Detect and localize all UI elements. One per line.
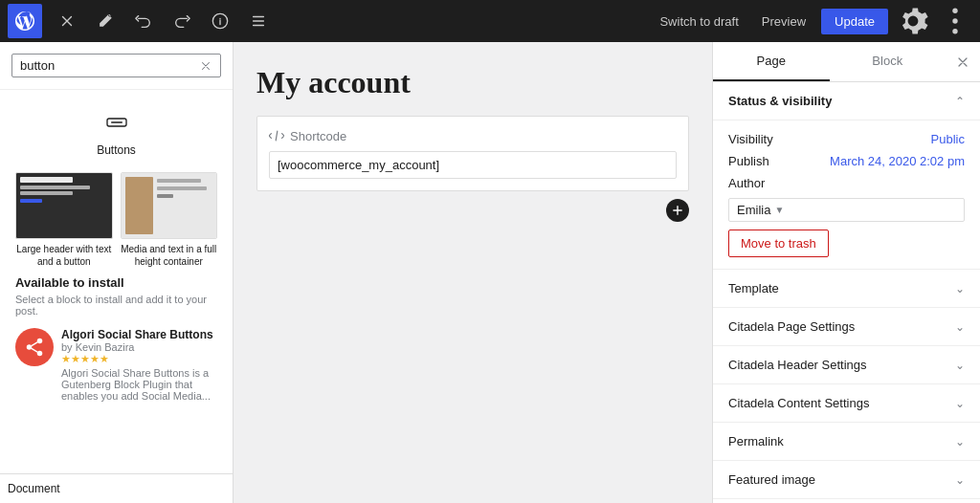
author-chevron-icon: ▼ <box>774 205 784 215</box>
citadela-header-section: Citadela Header Settings ⌄ <box>713 346 980 384</box>
shortcode-label: Shortcode <box>290 129 346 143</box>
citadela-header-header[interactable]: Citadela Header Settings ⌄ <box>713 346 980 383</box>
citadela-header-chevron-icon: ⌄ <box>955 359 965 372</box>
preview-button[interactable]: Preview <box>754 11 813 33</box>
update-button[interactable]: Update <box>821 9 888 34</box>
undo-button[interactable] <box>126 4 161 38</box>
move-to-trash-button[interactable]: Move to trash <box>728 230 829 257</box>
author-row: Author <box>728 176 965 190</box>
available-section: Available to install Select a block to i… <box>8 268 225 413</box>
tab-block[interactable]: Block <box>830 42 947 81</box>
visibility-value[interactable]: Public <box>931 132 965 146</box>
add-block-button[interactable] <box>666 199 689 222</box>
close-button[interactable] <box>50 4 84 38</box>
wp-logo-icon <box>15 11 34 31</box>
shortcode-block: Shortcode <box>256 116 689 191</box>
buttons-block-item[interactable]: Buttons <box>8 98 225 164</box>
buttons-icon <box>105 111 128 134</box>
redo-button[interactable] <box>165 4 199 38</box>
preview-large-header-label: Large header with text and a button <box>15 243 113 268</box>
svg-point-3 <box>952 29 957 33</box>
publish-label: Publish <box>728 154 769 168</box>
status-visibility-header[interactable]: Status & visibility ⌃ <box>713 82 980 120</box>
add-block-row <box>256 199 689 222</box>
preview-large-header[interactable]: Large header with text and a button <box>15 172 113 268</box>
preview-large-header-image <box>15 172 113 239</box>
available-desc: Select a block to install and add it to … <box>15 294 217 317</box>
svg-point-6 <box>37 339 43 344</box>
dark-preview-content <box>16 173 112 238</box>
featured-image-section: Featured image ⌄ <box>713 461 980 499</box>
featured-image-chevron-icon: ⌄ <box>955 473 965 487</box>
plugin-item[interactable]: Algori Social Share Buttons by Kevin Baz… <box>15 324 217 405</box>
svg-point-2 <box>952 18 957 23</box>
shortcode-header: Shortcode <box>269 128 677 143</box>
permalink-title: Permalink <box>728 434 784 448</box>
svg-point-1 <box>952 9 957 13</box>
pencil-button[interactable] <box>88 4 122 38</box>
tab-page[interactable]: Page <box>713 42 830 81</box>
main-layout: Buttons Large header with text and a but… <box>0 42 980 503</box>
shortcode-icon <box>269 128 284 143</box>
wp-logo-button[interactable] <box>8 4 42 38</box>
shortcode-input[interactable] <box>269 151 677 179</box>
citadela-page-section: Citadela Page Settings ⌄ <box>713 308 980 346</box>
content-area: My account Shortcode <box>234 42 712 503</box>
citadela-content-chevron-icon: ⌄ <box>955 397 965 410</box>
sidebar-scroll: Buttons Large header with text and a but… <box>0 90 233 473</box>
close-icon <box>58 12 76 30</box>
page-title: My account <box>256 65 689 100</box>
search-box <box>0 42 233 90</box>
svg-point-8 <box>37 351 43 357</box>
featured-image-header[interactable]: Featured image ⌄ <box>713 461 980 498</box>
undo-icon <box>135 12 152 30</box>
clear-icon <box>199 59 212 73</box>
citadela-page-chevron-icon: ⌄ <box>955 320 965 334</box>
permalink-section: Permalink ⌄ <box>713 423 980 461</box>
template-header[interactable]: Template ⌄ <box>713 270 980 307</box>
plus-icon <box>671 204 684 217</box>
template-title: Template <box>728 281 779 295</box>
discussion-header[interactable]: Discussion ⌄ <box>713 499 980 503</box>
svg-line-10 <box>32 342 37 346</box>
right-sidebar: Page Block Status & visibility ⌃ Visibil… <box>712 42 980 503</box>
right-close-icon <box>955 55 970 70</box>
switch-draft-button[interactable]: Switch to draft <box>652 11 746 33</box>
visibility-row: Visibility Public <box>728 132 965 146</box>
plugin-author: by Kevin Bazira <box>61 341 217 353</box>
more-options-button[interactable] <box>938 4 972 38</box>
info-icon <box>212 12 229 30</box>
plugin-name: Algori Social Share Buttons <box>61 328 217 341</box>
settings-button[interactable] <box>896 4 930 38</box>
author-label: Author <box>728 176 765 190</box>
search-input[interactable] <box>20 58 199 73</box>
right-close-button[interactable] <box>946 45 980 79</box>
permalink-header[interactable]: Permalink ⌄ <box>713 423 980 460</box>
page-content: My account Shortcode <box>256 65 689 222</box>
citadela-content-title: Citadela Content Settings <box>728 396 869 410</box>
buttons-block-label: Buttons <box>97 143 136 157</box>
light-preview-content <box>122 173 217 238</box>
search-clear-button[interactable] <box>199 59 212 73</box>
permalink-chevron-icon: ⌄ <box>955 435 965 448</box>
sidebar-footer[interactable]: Document <box>0 473 233 503</box>
publish-value[interactable]: March 24, 2020 2:02 pm <box>830 154 965 168</box>
preview-media-text-image <box>121 172 218 239</box>
toolbar-right: Switch to draft Preview Update <box>652 4 972 38</box>
status-chevron-up-icon: ⌃ <box>955 95 965 108</box>
citadela-page-header[interactable]: Citadela Page Settings ⌄ <box>713 308 980 345</box>
left-sidebar: Buttons Large header with text and a but… <box>0 42 234 503</box>
plugin-icon <box>15 328 54 366</box>
list-view-button[interactable] <box>241 4 276 38</box>
citadela-content-header[interactable]: Citadela Content Settings ⌄ <box>713 384 980 422</box>
author-select[interactable]: Emilia ▼ <box>728 198 965 222</box>
right-sidebar-header: Page Block <box>713 42 980 82</box>
right-sidebar-content: Status & visibility ⌃ Visibility Public … <box>713 82 980 503</box>
more-options-icon <box>938 4 972 38</box>
plugin-info: Algori Social Share Buttons by Kevin Baz… <box>61 328 217 402</box>
info-button[interactable] <box>203 4 237 38</box>
block-previews: Large header with text and a button <box>8 164 225 268</box>
template-section: Template ⌄ <box>713 270 980 308</box>
preview-media-text[interactable]: Media and text in a full height containe… <box>121 172 218 268</box>
visibility-label: Visibility <box>728 132 773 146</box>
